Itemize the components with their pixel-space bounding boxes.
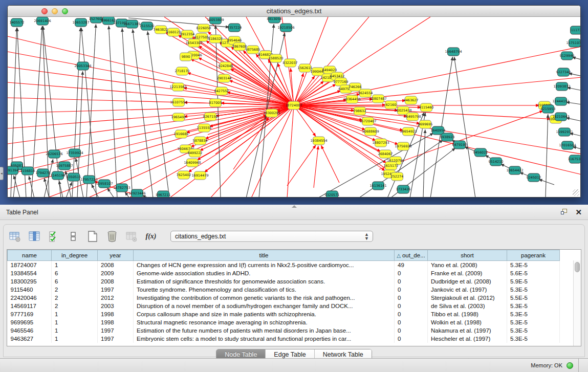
table-cell[interactable]: 1	[52, 326, 98, 335]
column-header-title[interactable]: title	[134, 250, 395, 261]
network-window[interactable]: citations_edges.txt 18724007746382291601…	[7, 5, 581, 198]
table-cell[interactable]: 0	[395, 286, 428, 294]
table-cell[interactable]: 0	[395, 310, 428, 318]
table-row[interactable]: 946554611997Estimation of the future num…	[8, 326, 560, 335]
table-cell[interactable]: 9777169	[8, 310, 52, 318]
table-cell[interactable]: 1998	[98, 310, 134, 318]
table-settings-icon[interactable]	[8, 229, 22, 244]
graph-node[interactable]: 9456022	[473, 148, 488, 157]
table-cell[interactable]: 0	[395, 269, 428, 277]
graph-node[interactable]: 1615172	[384, 162, 399, 170]
table-cell[interactable]: 9463627	[8, 335, 52, 343]
graph-node[interactable]: 20691406	[34, 17, 51, 25]
graph-node[interactable]: 17016504	[559, 141, 576, 149]
graph-node[interactable]: 16914479	[191, 171, 208, 180]
table-cell[interactable]: 6	[52, 269, 98, 277]
graph-node[interactable]: 9320571	[325, 191, 340, 197]
table-cell[interactable]: 14569117	[8, 302, 52, 310]
graph-node[interactable]: 19384554	[310, 137, 327, 145]
graph-node[interactable]: 991394	[8, 166, 18, 174]
table-cell[interactable]: 49	[395, 261, 428, 269]
table-cell[interactable]: Tourette syndrome. Phenomenology and cla…	[134, 286, 395, 294]
graph-node[interactable]: 5878834	[193, 137, 208, 145]
column-header-pagerank[interactable]: pagerank	[507, 250, 560, 261]
splitter-handle[interactable]	[292, 205, 297, 208]
delete-rows-icon[interactable]	[105, 229, 119, 244]
graph-node[interactable]: 62160	[385, 101, 397, 109]
close-panel-icon[interactable]: ✕	[575, 209, 582, 215]
graph-node[interactable]: 1135555	[197, 124, 212, 132]
table-cell[interactable]: 9465546	[8, 326, 52, 335]
table-cell[interactable]: Genome-wide association studies in ADHD.	[134, 269, 395, 277]
table-cell[interactable]: Estimation of the future numbers of pati…	[134, 326, 395, 335]
table-cell[interactable]: 5.3E-5	[507, 302, 560, 310]
table-row[interactable]: 1830029562008Estimation of significance …	[8, 277, 560, 286]
graph-node[interactable]: 10653287	[72, 18, 89, 27]
graph-node[interactable]: 9890	[180, 53, 192, 61]
graph-node[interactable]: 8267150	[203, 113, 218, 121]
graph-node[interactable]: 1965493	[171, 113, 186, 121]
graph-node[interactable]: 817005	[209, 99, 222, 107]
table-cell[interactable]: 2	[52, 302, 98, 310]
table-cell[interactable]: 0	[395, 318, 428, 326]
table-cell[interactable]: 1	[52, 335, 98, 343]
column-header-indegree[interactable]: in_degree	[52, 250, 98, 261]
graph-node[interactable]: 16053809	[207, 17, 224, 24]
table-cell[interactable]: 9115460	[8, 286, 52, 294]
table-cell[interactable]: 0	[395, 326, 428, 335]
column-header-name[interactable]: name	[8, 250, 52, 261]
table-cell[interactable]: 2008	[98, 261, 134, 269]
table-cell[interactable]: 22420046	[8, 294, 52, 302]
table-cell[interactable]: Disruption of a novel member of a sodium…	[134, 302, 395, 310]
table-cell[interactable]: 5.9E-5	[507, 277, 560, 286]
graph-node[interactable]: 2718170	[175, 67, 190, 75]
row-selection-icon[interactable]	[47, 229, 61, 244]
table-cell[interactable]: 2008	[98, 277, 134, 286]
node-table[interactable]: namein_degreeyeartitle△out_de...shortpag…	[7, 249, 581, 346]
table-cell[interactable]: 18724007	[8, 261, 52, 269]
graph-node[interactable]: 1588520	[269, 54, 284, 62]
table-cell[interactable]: Investigating the contribution of common…	[134, 294, 395, 302]
graph-node[interactable]: 16782753	[113, 184, 130, 192]
table-row[interactable]: 1872400712008Changes of HCN gene express…	[8, 261, 560, 269]
table-cell[interactable]: 18300295	[8, 277, 52, 286]
table-cell[interactable]: Estimation of significance thresholds fo…	[134, 277, 395, 286]
graph-node[interactable]: 12093872	[553, 82, 570, 91]
graph-node[interactable]: 1145194	[51, 171, 66, 180]
table-row[interactable]: 969969511998Structural magnetic resonanc…	[8, 318, 560, 326]
graph-node[interactable]: 8967211	[156, 191, 171, 197]
column-header-outde[interactable]: △out_de...	[395, 250, 428, 261]
table-cell[interactable]: 0	[395, 277, 428, 286]
table-cell[interactable]: 2012	[98, 294, 134, 302]
table-cell[interactable]: 1998	[98, 318, 134, 326]
column-header-year[interactable]: year	[98, 250, 134, 261]
table-cell[interactable]: Tibbo et al. (1998)	[428, 310, 507, 318]
graph-node[interactable]: 10688609	[362, 127, 379, 136]
table-cell[interactable]: Nakamura et al. (1997)	[428, 326, 507, 335]
table-cell[interactable]: 5.3E-5	[507, 326, 560, 335]
graph-node[interactable]: 8499222	[188, 149, 203, 157]
graph-node[interactable]: 8813054	[267, 17, 282, 23]
graph-node[interactable]: 8427552	[214, 87, 229, 95]
graph-node[interactable]: 7625402	[177, 171, 191, 179]
table-scrollbar-thumb[interactable]	[575, 262, 580, 272]
graph-node[interactable]: 798632	[354, 107, 366, 115]
graph-node[interactable]: 9463627	[404, 96, 419, 104]
function-builder-icon[interactable]: f(x)	[144, 229, 158, 244]
graph-node[interactable]: 1733426	[396, 185, 411, 193]
graph-node[interactable]: 8322037	[283, 59, 298, 67]
table-cell[interactable]: 5.3E-5	[507, 286, 560, 294]
graph-node[interactable]: 15751074	[566, 39, 580, 47]
table-row[interactable]: 1456911722003Disruption of a novel membe…	[8, 302, 560, 310]
table-cell[interactable]: 9699695	[8, 318, 52, 326]
graph-node[interactable]: 9227343	[556, 68, 571, 76]
table-row[interactable]: 1938455462009Genome-wide association stu…	[8, 269, 560, 277]
table-row[interactable]: 2242004622012Investigating the contribut…	[8, 294, 560, 302]
table-cell[interactable]: Structural magnetic resonance image aver…	[134, 318, 395, 326]
graph-node[interactable]: 9245012	[527, 173, 541, 182]
graph-node[interactable]: 20053346	[74, 62, 91, 70]
table-cell[interactable]: 5.3E-5	[507, 335, 560, 343]
graph-node[interactable]: 7515520	[140, 22, 155, 30]
table-cell[interactable]: 5.3E-5	[507, 318, 560, 326]
graph-node[interactable]: 9242848	[219, 62, 233, 70]
